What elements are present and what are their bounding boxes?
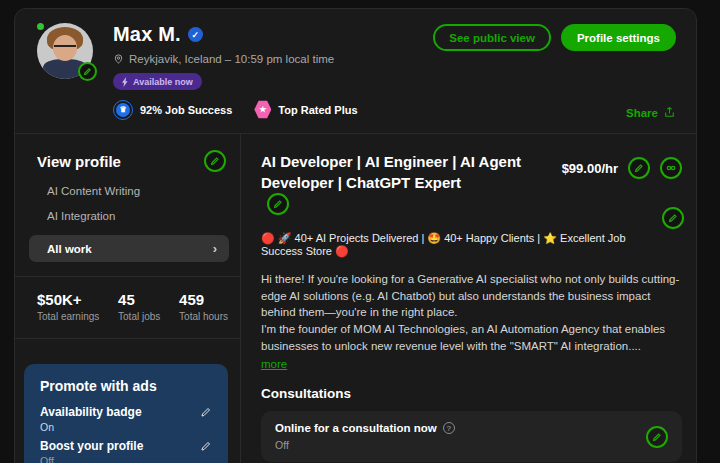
header-actions: See public view Profile settings [433,24,676,51]
left-sidebar: View profile AI Content Writing AI Integ… [15,134,241,463]
location-row: Reykjavik, Iceland – 10:59 pm local time [113,53,676,65]
pencil-icon [83,67,92,76]
location-pin-icon [113,53,124,65]
setting-state: On [40,421,212,433]
consultations-heading: Consultations [261,386,682,401]
online-consultation-card: Online for a consultation now ? Off [261,411,682,462]
edit-title-button[interactable] [267,193,289,215]
promote-section: Promote with ads Availability badge [15,338,240,463]
bio-paragraph-1: Hi there! If you're looking for a Genera… [261,271,681,321]
sidebar-item-ai-integration[interactable]: AI Integration [37,210,226,222]
setting-label: Availability badge [40,405,142,419]
profile-page: Max M. ✓ Reykjavik, Iceland – 10:59 pm l… [0,0,720,463]
online-consultation-state: Off [275,439,455,451]
stat-total-hours: 459 Total hours [179,291,228,322]
edit-overview-button[interactable] [662,207,684,229]
view-profile-title: View profile [37,153,121,170]
profile-header: Max M. ✓ Reykjavik, Iceland – 10:59 pm l… [15,9,696,134]
all-work-label: All work [47,243,92,255]
chevron-right-icon: › [213,241,217,256]
location-text: Reykjavik, Iceland – 10:59 pm local time [129,53,334,65]
availability-badge-setting: Availability badge On [40,405,212,433]
pencil-icon [200,406,212,418]
stat-value: 45 [118,291,160,308]
title-row: AI Developer | AI Engineer | AI Agent De… [261,151,682,215]
job-success-crown-icon: ♛ [113,100,133,120]
more-link[interactable]: more [261,356,287,373]
stat-label: Total earnings [37,311,99,322]
top-rated-label: Top Rated Plus [278,104,357,116]
sidebar-item-ai-content-writing[interactable]: AI Content Writing [37,185,226,197]
profile-card: Max M. ✓ Reykjavik, Iceland – 10:59 pm l… [14,8,697,463]
stat-label: Total hours [179,311,228,322]
pencil-icon [652,432,662,442]
stat-value: $50K+ [37,291,99,308]
top-rated-badge: ★ Top Rated Plus [254,100,357,119]
promote-with-ads-card: Promote with ads Availability badge [24,364,228,463]
edit-specializations-button[interactable] [204,150,226,172]
top-rated-star-icon: ★ [254,100,271,119]
pencil-icon [668,213,678,223]
online-consultation-label: Online for a consultation now [275,422,437,434]
promote-title: Promote with ads [40,378,212,394]
user-name: Max M. [113,23,181,46]
sidebar-item-all-work[interactable]: All work › [29,235,229,262]
profile-settings-button[interactable]: Profile settings [561,24,676,51]
edit-availability-badge-button[interactable] [200,406,212,418]
hourly-rate: $99.00/hr [562,161,618,176]
pencil-icon [634,163,644,173]
pencil-icon [273,199,283,209]
help-icon[interactable]: ? [443,422,455,434]
avatar[interactable] [37,23,93,79]
share-icon [663,106,676,119]
lightning-icon [122,77,129,87]
pencil-icon [200,440,212,452]
see-public-view-button[interactable]: See public view [433,24,551,51]
edit-rate-button[interactable] [628,157,650,179]
edit-avatar-button[interactable] [78,62,97,81]
profile-highlights: 🔴 🚀 40+ AI Projects Delivered | 🤩 40+ Ha… [261,232,651,258]
profile-bio: Hi there! If you're looking for a Genera… [261,271,681,373]
stat-value: 459 [179,291,228,308]
share-label: Share [626,107,658,119]
main-content: AI Developer | AI Engineer | AI Agent De… [241,134,696,463]
pencil-icon [210,156,220,166]
job-success-label: 92% Job Success [140,104,232,116]
profile-title: AI Developer | AI Engineer | AI Agent De… [261,153,521,191]
availability-badge-label: Available now [133,77,193,87]
availability-badge[interactable]: Available now [113,73,202,90]
stat-total-jobs: 45 Total jobs [118,291,160,322]
profile-link-button[interactable] [660,157,682,179]
stat-total-earnings: $50K+ Total earnings [37,291,99,322]
edit-consultation-button[interactable] [646,426,668,448]
setting-state: Off [40,455,212,463]
setting-label: Boost your profile [40,439,143,453]
stats-row: $50K+ Total earnings 45 Total jobs 459 T… [15,276,240,338]
stat-label: Total jobs [118,311,160,322]
edit-boost-profile-button[interactable] [200,440,212,452]
verified-badge-icon: ✓ [188,27,203,42]
achievement-badges: ♛ 92% Job Success ★ Top Rated Plus [113,100,676,120]
bio-paragraph-2: I'm the founder of MOM AI Technologies, … [261,321,681,354]
online-status-dot [35,21,46,32]
link-icon [665,162,677,174]
job-success-badge: ♛ 92% Job Success [113,100,232,120]
boost-profile-setting: Boost your profile Off [40,439,212,463]
profile-body: View profile AI Content Writing AI Integ… [15,134,696,463]
share-button[interactable]: Share [626,106,676,119]
